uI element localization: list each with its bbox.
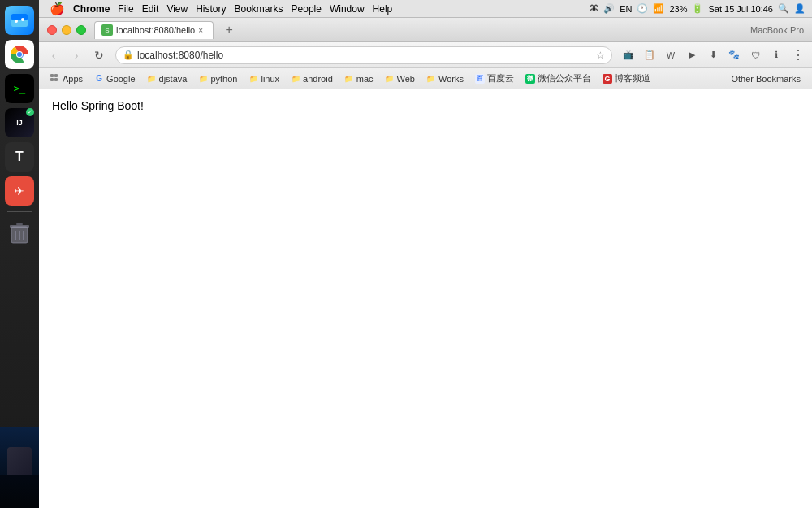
extension-button[interactable]: W <box>661 46 680 65</box>
apps-grid-icon <box>50 74 60 84</box>
dock-icon-chrome[interactable] <box>5 40 34 69</box>
svg-point-2 <box>15 20 18 23</box>
baidu-favicon: 百 <box>475 74 485 84</box>
bookmark-works[interactable]: 📁 Works <box>421 72 469 85</box>
bookmark-python-label: python <box>210 74 237 84</box>
menu-help[interactable]: Help <box>373 3 393 15</box>
bookmarks-bar: Apps G Google 📁 djstava 📁 python 📁 linux <box>39 68 812 89</box>
menubar-audio-icon: 🔊 <box>603 3 615 14</box>
bookmark-linux-label: linux <box>261 74 279 84</box>
account-button[interactable]: 📋 <box>640 46 659 65</box>
shield-button[interactable]: 🛡 <box>745 46 765 65</box>
bookmark-star-icon[interactable]: ☆ <box>596 50 605 61</box>
bookmark-wechat-label: 微信公众平台 <box>538 72 591 85</box>
close-button[interactable] <box>47 25 57 35</box>
bookmark-web-label: Web <box>397 74 415 84</box>
menu-dots-button[interactable]: ⋮ <box>788 46 807 65</box>
menubar: 🍎 Chrome File Edit View History Bookmark… <box>39 0 812 18</box>
maximize-button[interactable] <box>76 25 86 35</box>
page-main-text: Hello Spring Boot! <box>52 99 799 112</box>
bookmark-apps[interactable]: Apps <box>45 72 88 85</box>
menu-chrome[interactable]: Chrome <box>73 3 110 15</box>
folder-icon-works: 📁 <box>426 74 436 84</box>
svg-rect-9 <box>10 225 29 228</box>
dock-icon-typora[interactable]: T <box>5 142 34 172</box>
menu-bookmarks[interactable]: Bookmarks <box>235 3 283 15</box>
bookmark-guanke[interactable]: G 博客频道 <box>598 71 655 86</box>
info-button[interactable]: ℹ <box>767 46 786 65</box>
minimize-button[interactable] <box>62 25 71 35</box>
menu-window[interactable]: Window <box>330 3 365 15</box>
bookmark-works-label: Works <box>438 74 464 84</box>
bookmark-android-label: android <box>303 74 333 84</box>
menubar-battery-text: 23% <box>669 4 687 14</box>
nav-actions: 📺 📋 W ▶ ⬇ 🐾 🛡 ℹ ⋮ <box>619 46 807 65</box>
feather-button[interactable]: 🐾 <box>724 46 744 65</box>
folder-icon-linux: 📁 <box>248 74 258 84</box>
more-button[interactable]: ▶ <box>682 46 702 65</box>
menu-file[interactable]: File <box>118 3 133 15</box>
svg-rect-16 <box>50 78 54 81</box>
bookmark-python[interactable]: 📁 python <box>193 72 242 85</box>
apple-menu[interactable]: 🍎 <box>50 2 65 16</box>
back-button[interactable]: ‹ <box>44 46 63 65</box>
folder-icon-android: 📁 <box>291 74 300 84</box>
forward-button[interactable]: › <box>67 46 86 65</box>
other-bookmarks[interactable]: Other Bookmarks <box>726 72 806 85</box>
window-title: MacBook Pro <box>750 25 804 35</box>
folder-icon-djstava: 📁 <box>147 74 157 84</box>
page-content: Hello Spring Boot! <box>39 89 812 508</box>
tab-favicon: S <box>102 24 113 36</box>
browser-window: S localhost:8080/hello × + MacBook Pro ‹… <box>39 18 812 508</box>
svg-point-3 <box>21 18 24 21</box>
folder-icon-web: 📁 <box>385 74 395 84</box>
bookmark-web[interactable]: 📁 Web <box>380 72 420 85</box>
tab-title: localhost:8080/hello <box>116 25 195 35</box>
menubar-wifi-icon: 📶 <box>653 3 664 14</box>
title-bar: S localhost:8080/hello × + MacBook Pro <box>39 18 812 42</box>
dock: >_ IJ ✓ T ✈ <box>0 0 39 508</box>
download-button[interactable]: ⬇ <box>703 46 723 65</box>
address-lock-icon: 🔒 <box>123 50 134 60</box>
folder-icon-python: 📁 <box>198 74 208 84</box>
browser-area: 🍎 Chrome File Edit View History Bookmark… <box>39 0 812 508</box>
dock-divider <box>7 211 32 212</box>
menubar-right: ⌘ 🔊 EN 🕐 📶 23% 🔋 Sat 15 Jul 10:46 🔍 👤 <box>590 3 806 14</box>
bookmark-baidu-label: 百度云 <box>487 72 514 85</box>
guanke-favicon: G <box>603 74 612 84</box>
menu-history[interactable]: History <box>196 3 226 15</box>
tab-close-button[interactable]: × <box>195 24 206 36</box>
bookmark-android[interactable]: 📁 android <box>286 72 338 85</box>
bookmark-baidu[interactable]: 百 百度云 <box>470 71 519 86</box>
dock-icon-drafts[interactable]: ✈ <box>5 176 34 206</box>
bookmark-apps-label: Apps <box>63 74 83 84</box>
google-favicon: G <box>94 74 104 84</box>
bookmark-google[interactable]: G Google <box>89 72 140 85</box>
bookmark-wechat[interactable]: 微 微信公众平台 <box>520 71 596 86</box>
bookmark-linux[interactable]: 📁 linux <box>244 72 284 85</box>
menubar-user-icon[interactable]: 👤 <box>794 3 806 14</box>
refresh-button[interactable]: ↻ <box>89 46 109 65</box>
desktop-thumbnail <box>0 427 39 508</box>
menubar-search-icon[interactable]: 🔍 <box>778 3 789 14</box>
menubar-clock-icon: 🕐 <box>637 3 648 14</box>
traffic-lights <box>47 25 86 35</box>
bookmark-djstava[interactable]: 📁 djstava <box>142 72 192 85</box>
dock-icon-finder[interactable] <box>5 6 34 35</box>
bookmark-mac[interactable]: 📁 mac <box>339 72 378 85</box>
cast-button[interactable]: 📺 <box>619 46 638 65</box>
dock-icon-intellij[interactable]: IJ ✓ <box>5 108 34 137</box>
svg-rect-1 <box>11 14 28 20</box>
menu-view[interactable]: View <box>166 3 188 15</box>
browser-tab[interactable]: S localhost:8080/hello × <box>94 21 214 39</box>
svg-rect-17 <box>54 78 58 81</box>
menu-people[interactable]: People <box>292 3 322 15</box>
menu-edit[interactable]: Edit <box>142 3 159 15</box>
address-bar[interactable]: 🔒 localhost:8080/hello ☆ <box>115 46 612 64</box>
dock-icon-terminal[interactable]: >_ <box>5 74 34 103</box>
menubar-locale: EN <box>620 4 632 14</box>
dock-icon-trash[interactable] <box>5 218 34 247</box>
address-text: localhost:8080/hello <box>137 50 596 61</box>
new-tab-button[interactable]: + <box>220 21 238 39</box>
wechat-favicon: 微 <box>525 74 535 84</box>
